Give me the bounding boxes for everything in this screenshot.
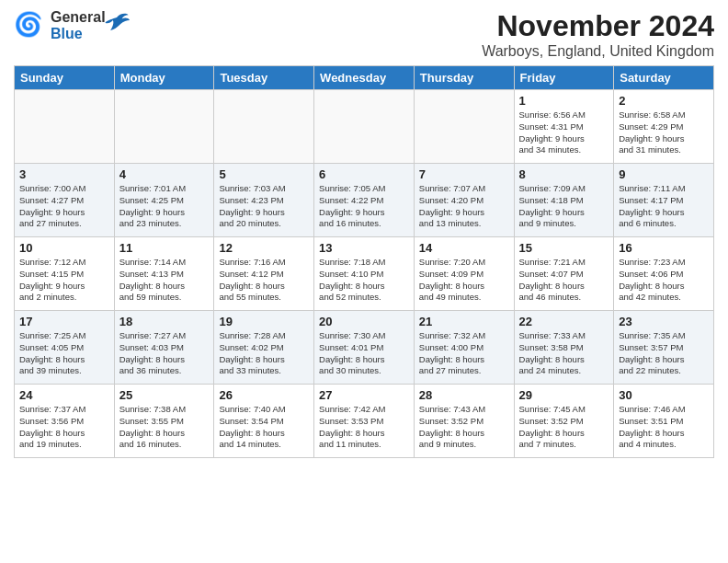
logo-name: General Blue	[51, 9, 106, 41]
day-number: 22	[519, 315, 609, 328]
calendar-week-row: 3Sunrise: 7:00 AM Sunset: 4:27 PM Daylig…	[15, 164, 714, 237]
calendar-day-10: 10Sunrise: 7:12 AM Sunset: 4:15 PM Dayli…	[15, 237, 115, 311]
calendar-day-8: 8Sunrise: 7:09 AM Sunset: 4:18 PM Daylig…	[514, 164, 614, 237]
calendar-day-empty	[15, 90, 115, 164]
calendar-day-15: 15Sunrise: 7:21 AM Sunset: 4:07 PM Dayli…	[514, 237, 614, 311]
calendar-header-row: SundayMondayTuesdayWednesdayThursdayFrid…	[15, 66, 714, 90]
calendar-day-25: 25Sunrise: 7:38 AM Sunset: 3:55 PM Dayli…	[114, 385, 214, 458]
day-number: 5	[219, 167, 309, 181]
day-number: 12	[219, 241, 309, 255]
day-info: Sunrise: 7:32 AM Sunset: 4:00 PM Dayligh…	[419, 330, 509, 377]
day-number: 13	[319, 241, 409, 255]
calendar-day-5: 5Sunrise: 7:03 AM Sunset: 4:23 PM Daylig…	[214, 164, 314, 237]
day-number: 20	[319, 315, 409, 328]
calendar-week-row: 17Sunrise: 7:25 AM Sunset: 4:05 PM Dayli…	[15, 311, 714, 385]
day-number: 19	[219, 315, 309, 328]
day-number: 17	[19, 315, 109, 328]
day-number: 27	[319, 388, 409, 402]
day-info: Sunrise: 7:30 AM Sunset: 4:01 PM Dayligh…	[319, 330, 409, 377]
calendar-day-21: 21Sunrise: 7:32 AM Sunset: 4:00 PM Dayli…	[414, 311, 514, 385]
day-number: 14	[419, 241, 509, 255]
calendar-day-empty	[114, 90, 214, 164]
logo-icon: 🌀	[14, 9, 47, 42]
logo-blue-text: Blue	[51, 26, 106, 42]
location-title: Warboys, England, United Kingdom	[482, 43, 714, 60]
calendar-day-16: 16Sunrise: 7:23 AM Sunset: 4:06 PM Dayli…	[614, 237, 714, 311]
day-number: 30	[619, 388, 709, 402]
page-container: 🌀 General Blue November 2024 Warboys, En…	[0, 0, 728, 563]
day-number: 18	[119, 315, 210, 328]
day-info: Sunrise: 7:27 AM Sunset: 4:03 PM Dayligh…	[119, 330, 210, 377]
day-number: 9	[619, 167, 709, 181]
day-info: Sunrise: 7:45 AM Sunset: 3:52 PM Dayligh…	[519, 404, 609, 451]
day-number: 29	[519, 388, 609, 402]
day-number: 8	[519, 167, 609, 181]
day-number: 23	[619, 315, 709, 328]
calendar-day-4: 4Sunrise: 7:01 AM Sunset: 4:25 PM Daylig…	[114, 164, 214, 237]
day-info: Sunrise: 7:40 AM Sunset: 3:54 PM Dayligh…	[219, 404, 309, 451]
calendar-day-23: 23Sunrise: 7:35 AM Sunset: 3:57 PM Dayli…	[614, 311, 714, 385]
day-info: Sunrise: 7:01 AM Sunset: 4:25 PM Dayligh…	[119, 183, 210, 230]
calendar-day-19: 19Sunrise: 7:28 AM Sunset: 4:02 PM Dayli…	[214, 311, 314, 385]
day-number: 1	[519, 94, 609, 108]
header: 🌀 General Blue November 2024 Warboys, En…	[14, 9, 714, 60]
weekday-header-tuesday: Tuesday	[214, 66, 314, 90]
calendar-day-29: 29Sunrise: 7:45 AM Sunset: 3:52 PM Dayli…	[514, 385, 614, 458]
day-number: 24	[19, 388, 109, 402]
day-info: Sunrise: 7:12 AM Sunset: 4:15 PM Dayligh…	[19, 257, 109, 304]
month-title: November 2024	[482, 9, 714, 43]
day-info: Sunrise: 7:33 AM Sunset: 3:58 PM Dayligh…	[519, 330, 609, 377]
calendar-day-6: 6Sunrise: 7:05 AM Sunset: 4:22 PM Daylig…	[314, 164, 415, 237]
calendar-day-17: 17Sunrise: 7:25 AM Sunset: 4:05 PM Dayli…	[15, 311, 115, 385]
logo: 🌀 General Blue	[14, 9, 130, 42]
calendar-day-27: 27Sunrise: 7:42 AM Sunset: 3:53 PM Dayli…	[314, 385, 415, 458]
day-info: Sunrise: 7:16 AM Sunset: 4:12 PM Dayligh…	[219, 257, 309, 304]
weekday-header-wednesday: Wednesday	[314, 66, 415, 90]
day-info: Sunrise: 7:00 AM Sunset: 4:27 PM Dayligh…	[19, 183, 109, 230]
calendar-day-20: 20Sunrise: 7:30 AM Sunset: 4:01 PM Dayli…	[314, 311, 415, 385]
day-info: Sunrise: 7:37 AM Sunset: 3:56 PM Dayligh…	[19, 404, 109, 451]
day-info: Sunrise: 7:20 AM Sunset: 4:09 PM Dayligh…	[419, 257, 509, 304]
calendar-day-1: 1Sunrise: 6:56 AM Sunset: 4:31 PM Daylig…	[514, 90, 614, 164]
calendar-table: SundayMondayTuesdayWednesdayThursdayFrid…	[14, 65, 714, 458]
day-info: Sunrise: 7:38 AM Sunset: 3:55 PM Dayligh…	[119, 404, 210, 451]
day-number: 7	[419, 167, 509, 181]
day-number: 3	[19, 167, 109, 181]
calendar-week-row: 10Sunrise: 7:12 AM Sunset: 4:15 PM Dayli…	[15, 237, 714, 311]
calendar-day-14: 14Sunrise: 7:20 AM Sunset: 4:09 PM Dayli…	[414, 237, 514, 311]
day-number: 2	[619, 94, 709, 108]
day-number: 10	[19, 241, 109, 255]
weekday-header-monday: Monday	[114, 66, 214, 90]
day-info: Sunrise: 7:05 AM Sunset: 4:22 PM Dayligh…	[319, 183, 409, 230]
calendar-day-30: 30Sunrise: 7:46 AM Sunset: 3:51 PM Dayli…	[614, 385, 714, 458]
calendar-week-row: 1Sunrise: 6:56 AM Sunset: 4:31 PM Daylig…	[15, 90, 714, 164]
day-info: Sunrise: 7:09 AM Sunset: 4:18 PM Dayligh…	[519, 183, 609, 230]
calendar-day-empty	[414, 90, 514, 164]
day-info: Sunrise: 7:23 AM Sunset: 4:06 PM Dayligh…	[619, 257, 709, 304]
calendar-day-13: 13Sunrise: 7:18 AM Sunset: 4:10 PM Dayli…	[314, 237, 415, 311]
title-section: November 2024 Warboys, England, United K…	[482, 9, 714, 60]
day-info: Sunrise: 7:25 AM Sunset: 4:05 PM Dayligh…	[19, 330, 109, 377]
day-number: 11	[119, 241, 210, 255]
calendar-day-22: 22Sunrise: 7:33 AM Sunset: 3:58 PM Dayli…	[514, 311, 614, 385]
calendar-day-11: 11Sunrise: 7:14 AM Sunset: 4:13 PM Dayli…	[114, 237, 214, 311]
calendar-day-empty	[314, 90, 415, 164]
day-info: Sunrise: 7:07 AM Sunset: 4:20 PM Dayligh…	[419, 183, 509, 230]
calendar-day-28: 28Sunrise: 7:43 AM Sunset: 3:52 PM Dayli…	[414, 385, 514, 458]
weekday-header-sunday: Sunday	[15, 66, 115, 90]
day-info: Sunrise: 7:03 AM Sunset: 4:23 PM Dayligh…	[219, 183, 309, 230]
day-info: Sunrise: 7:21 AM Sunset: 4:07 PM Dayligh…	[519, 257, 609, 304]
day-info: Sunrise: 7:18 AM Sunset: 4:10 PM Dayligh…	[319, 257, 409, 304]
day-number: 21	[419, 315, 509, 328]
day-info: Sunrise: 7:43 AM Sunset: 3:52 PM Dayligh…	[419, 404, 509, 451]
day-number: 16	[619, 241, 709, 255]
calendar-day-2: 2Sunrise: 6:58 AM Sunset: 4:29 PM Daylig…	[614, 90, 714, 164]
day-info: Sunrise: 7:14 AM Sunset: 4:13 PM Dayligh…	[119, 257, 210, 304]
day-info: Sunrise: 7:28 AM Sunset: 4:02 PM Dayligh…	[219, 330, 309, 377]
day-number: 6	[319, 167, 409, 181]
day-number: 15	[519, 241, 609, 255]
calendar-day-empty	[214, 90, 314, 164]
weekday-header-friday: Friday	[514, 66, 614, 90]
day-info: Sunrise: 7:42 AM Sunset: 3:53 PM Dayligh…	[319, 404, 409, 451]
day-number: 25	[119, 388, 210, 402]
